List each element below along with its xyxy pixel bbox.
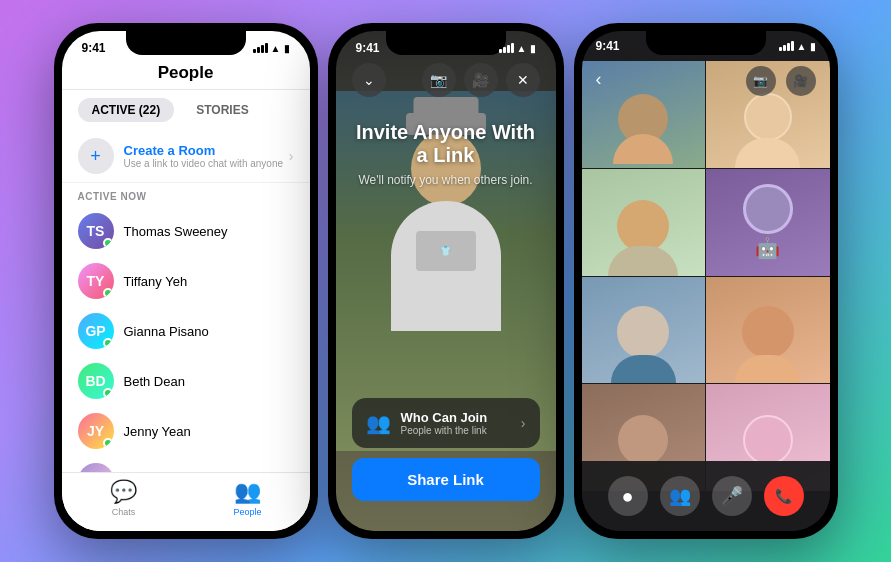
call-controls: ● 👥 🎤 📞 xyxy=(582,461,830,531)
top-action-icons: 📷 🎥 ✕ xyxy=(422,63,540,97)
invite-top-bar: ⌄ 📷 🎥 ✕ xyxy=(336,63,556,97)
tab-chats[interactable]: 💬 Chats xyxy=(62,479,186,517)
list-item[interactable]: JY Jenny Yean xyxy=(62,406,310,456)
list-item[interactable]: TY Tiffany Yeh xyxy=(62,256,310,306)
phone-3: 9:41 ▲ ▮ ‹ 📷 🎥 xyxy=(574,23,838,539)
plus-icon: + xyxy=(90,146,101,167)
who-can-join-text: Who Can Join People with the link xyxy=(401,410,521,436)
status-time-1: 9:41 xyxy=(82,41,106,55)
video-cell-6 xyxy=(706,277,830,384)
camera-button[interactable]: 📷 xyxy=(422,63,456,97)
invite-bottom: 👥 Who Can Join People with the link › Sh… xyxy=(336,398,556,531)
chats-label: Chats xyxy=(112,507,136,517)
battery-icon-2: ▮ xyxy=(530,43,536,54)
phone-1: 9:41 ▲ ▮ People ACTIVE (22) STORIES xyxy=(54,23,318,539)
tab-stories[interactable]: STORIES xyxy=(182,98,262,122)
list-item[interactable]: GP Gianna Pisano xyxy=(62,306,310,356)
end-call-icon: 📞 xyxy=(775,488,792,504)
signal-icon xyxy=(253,43,268,53)
create-room-icon: + xyxy=(78,138,114,174)
avatar: GP xyxy=(78,313,114,349)
camera-switch-button[interactable]: 📷 xyxy=(746,66,776,96)
mic-icon: 🎤 xyxy=(721,485,743,507)
invite-subtitle: We'll notify you when others join. xyxy=(356,173,536,187)
people-label: People xyxy=(233,507,261,517)
group-icon: 👥 xyxy=(366,411,391,435)
status-time-2: 9:41 xyxy=(356,41,380,55)
avatar: TS xyxy=(78,213,114,249)
record-icon: ● xyxy=(621,485,633,508)
active-indicator xyxy=(103,288,113,298)
close-button[interactable]: ✕ xyxy=(506,63,540,97)
video-toggle-icon: 🎥 xyxy=(793,74,808,88)
status-time-3: 9:41 xyxy=(596,39,620,53)
avatar: BD xyxy=(78,363,114,399)
video-grid: 🤖 xyxy=(582,61,830,491)
page-title: People xyxy=(158,63,214,82)
status-icons-2: ▲ ▮ xyxy=(499,43,536,54)
record-button[interactable]: ● xyxy=(608,476,648,516)
active-indicator xyxy=(103,388,113,398)
chevron-down-icon: ⌄ xyxy=(363,72,375,88)
video-toggle-button[interactable]: 🎥 xyxy=(786,66,816,96)
tab-people[interactable]: 👥 People xyxy=(186,479,310,517)
list-item[interactable]: TS Thomas Sweeney xyxy=(62,206,310,256)
section-label: ACTIVE NOW xyxy=(62,183,310,206)
video-icon: 🎥 xyxy=(472,72,489,88)
wifi-icon-3: ▲ xyxy=(797,41,807,52)
status-bar-3: 9:41 ▲ ▮ xyxy=(582,31,830,57)
video-cell-4: 🤖 xyxy=(706,169,830,276)
invite-title: Invite Anyone With a Link xyxy=(356,121,536,167)
notch-1 xyxy=(126,31,246,55)
contact-name: Thomas Sweeney xyxy=(124,224,228,239)
video-button[interactable]: 🎥 xyxy=(464,63,498,97)
status-icons-3: ▲ ▮ xyxy=(779,39,816,53)
who-can-join-row[interactable]: 👥 Who Can Join People with the link › xyxy=(352,398,540,448)
active-indicator xyxy=(103,238,113,248)
contact-name: Beth Dean xyxy=(124,374,185,389)
people-icon: 👥 xyxy=(234,479,261,505)
mute-button[interactable]: 🎤 xyxy=(712,476,752,516)
close-icon: ✕ xyxy=(517,72,529,88)
people-header: People xyxy=(62,59,310,90)
active-indicator xyxy=(103,438,113,448)
chevron-right-icon-2: › xyxy=(521,415,526,431)
create-room-title: Create a Room xyxy=(124,143,289,158)
share-link-button[interactable]: Share Link xyxy=(352,458,540,501)
who-can-join-subtitle: People with the link xyxy=(401,425,521,436)
camera-icon: 📷 xyxy=(430,72,447,88)
signal-icon-2 xyxy=(499,43,514,53)
bottom-tab-bar: 💬 Chats 👥 People xyxy=(62,472,310,531)
contact-name: Jenny Yean xyxy=(124,424,191,439)
battery-icon-3: ▮ xyxy=(810,41,816,52)
participants-button[interactable]: 👥 xyxy=(660,476,700,516)
video-cell-3 xyxy=(582,169,706,276)
camera-rotate-icon: 📷 xyxy=(753,74,768,88)
create-room-row[interactable]: + Create a Room Use a link to video chat… xyxy=(62,130,310,183)
wifi-icon: ▲ xyxy=(271,43,281,54)
tab-active[interactable]: ACTIVE (22) xyxy=(78,98,175,122)
signal-icon-3 xyxy=(779,41,794,51)
status-icons-1: ▲ ▮ xyxy=(253,43,290,54)
list-item[interactable]: BD Beth Dean xyxy=(62,356,310,406)
participants-icon: 👥 xyxy=(669,485,691,507)
contact-name: Gianna Pisano xyxy=(124,324,209,339)
battery-icon: ▮ xyxy=(284,43,290,54)
wifi-icon-2: ▲ xyxy=(517,43,527,54)
who-can-join-title: Who Can Join xyxy=(401,410,521,425)
tabs-row: ACTIVE (22) STORIES xyxy=(62,90,310,130)
chats-icon: 💬 xyxy=(110,479,137,505)
chevron-right-icon: › xyxy=(289,148,294,164)
avatar: JY xyxy=(78,413,114,449)
phone-2: 👕 9:41 ▲ ▮ ⌄ 📷 xyxy=(328,23,564,539)
end-call-button[interactable]: 📞 xyxy=(764,476,804,516)
back-chevron[interactable]: ‹ xyxy=(596,69,602,90)
invite-text-block: Invite Anyone With a Link We'll notify y… xyxy=(336,121,556,187)
active-indicator xyxy=(103,338,113,348)
top-right-icons: 📷 🎥 xyxy=(746,66,816,96)
contact-name: Tiffany Yeh xyxy=(124,274,188,289)
avatar: TY xyxy=(78,263,114,299)
video-cell-5 xyxy=(582,277,706,384)
back-button[interactable]: ⌄ xyxy=(352,63,386,97)
status-bar-2: 9:41 ▲ ▮ xyxy=(336,31,556,59)
